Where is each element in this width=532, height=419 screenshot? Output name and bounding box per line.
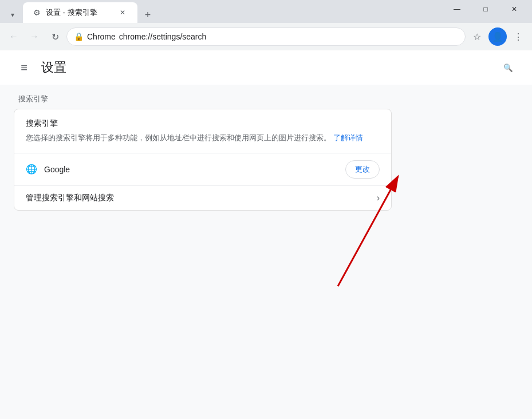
tab-title: 设置 - 搜索引擎	[46, 7, 112, 18]
menu-button[interactable]: ⋮	[509, 27, 527, 46]
toolbar: ← → ↻ 🔒 Chrome chrome://settings/search …	[0, 23, 532, 50]
manage-search-engines-row[interactable]: 管理搜索引擎和网站搜索 ›	[14, 186, 391, 210]
settings-header: ≡ 设置 🔍	[0, 50, 532, 85]
content-area: 搜索引擎 搜索引擎 您选择的搜索引擎将用于多种功能，例如从地址栏中进行搜索和使用…	[0, 85, 532, 419]
tab-list-button[interactable]: ▾	[5, 7, 21, 23]
tab-close-button[interactable]: ✕	[117, 7, 128, 18]
address-text: chrome://settings/search	[119, 32, 458, 41]
page-title: 设置	[41, 59, 66, 76]
hamburger-button[interactable]: ≡	[14, 57, 34, 78]
learn-more-link[interactable]: 了解详情	[333, 133, 363, 142]
google-label: Google	[44, 165, 70, 174]
card-info-section: 搜索引擎 您选择的搜索引擎将用于多种功能，例如从地址栏中进行搜索和使用网页上的图…	[14, 109, 391, 153]
forward-button[interactable]: →	[25, 27, 44, 46]
search-icon: 🔍	[503, 64, 513, 72]
tab-strip: ▾ ⚙ 设置 - 搜索引擎 ✕ +	[5, 2, 444, 23]
chevron-right-icon: ›	[377, 193, 380, 203]
titlebar: ▾ ⚙ 设置 - 搜索引擎 ✕ + — □ ✕	[0, 0, 532, 23]
minimize-button[interactable]: —	[444, 0, 470, 18]
globe-icon: 🌐	[26, 164, 37, 175]
back-button[interactable]: ←	[5, 27, 23, 46]
profile-button[interactable]: 👤	[488, 27, 507, 46]
search-engine-card: 搜索引擎 您选择的搜索引擎将用于多种功能，例如从地址栏中进行搜索和使用网页上的图…	[14, 109, 392, 211]
section-title: 搜索引擎	[14, 94, 518, 104]
tab-favicon: ⚙	[32, 8, 41, 17]
chevron-down-icon: ▾	[11, 11, 14, 19]
bookmark-button[interactable]: ☆	[468, 27, 486, 46]
new-tab-button[interactable]: +	[140, 7, 156, 23]
header-left: ≡ 设置	[14, 57, 66, 78]
manage-label: 管理搜索引擎和网站搜索	[26, 193, 114, 203]
settings-search-button[interactable]: 🔍	[498, 57, 518, 78]
refresh-button[interactable]: ↻	[46, 27, 64, 46]
row-left: 🌐 Google	[26, 164, 70, 175]
change-button[interactable]: 更改	[345, 160, 380, 179]
card-info-description: 您选择的搜索引擎将用于多种功能，例如从地址栏中进行搜索和使用网页上的图片进行搜索…	[26, 132, 380, 144]
security-icon: 🔒	[74, 32, 84, 41]
address-bar[interactable]: 🔒 Chrome chrome://settings/search	[66, 27, 466, 46]
card-info-title: 搜索引擎	[26, 118, 380, 129]
window-controls: — □ ✕	[444, 0, 527, 18]
hamburger-icon: ≡	[21, 61, 27, 74]
chrome-label: Chrome	[87, 32, 116, 41]
settings-page: ≡ 设置 🔍 搜索引擎 搜索引擎 您选择的搜索引擎将用于多种功能，例如从地址栏中…	[0, 50, 532, 419]
google-search-row: 🌐 Google 更改	[14, 153, 391, 186]
active-tab[interactable]: ⚙ 设置 - 搜索引擎 ✕	[23, 2, 137, 23]
close-button[interactable]: ✕	[501, 0, 527, 18]
maximize-button[interactable]: □	[472, 0, 499, 18]
